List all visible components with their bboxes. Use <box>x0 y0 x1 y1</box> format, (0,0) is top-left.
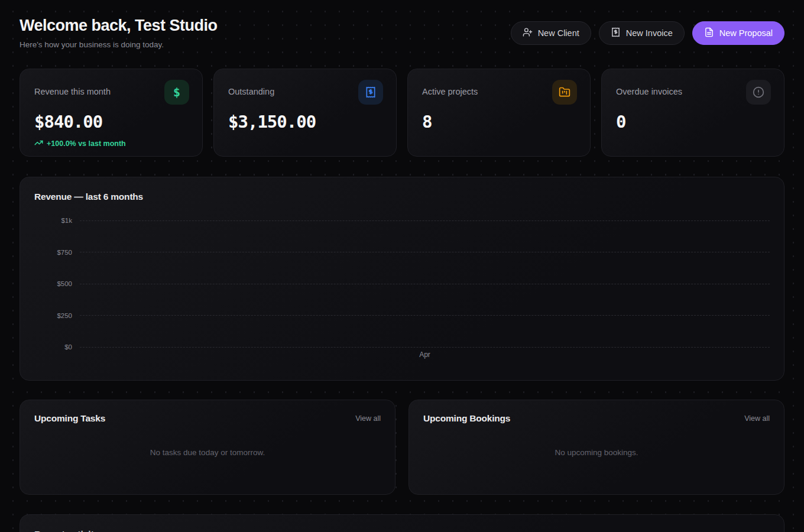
folder-kanban-icon <box>552 80 577 105</box>
y-tick-label: $1k <box>34 217 80 224</box>
upcoming-tasks-card: Upcoming Tasks View all No tasks due tod… <box>20 400 395 495</box>
recent-activity-title: Recent activity <box>34 529 770 532</box>
stat-trend-label: +100.0% vs last month <box>47 140 126 148</box>
gridline <box>80 347 770 348</box>
new-client-label: New Client <box>538 28 579 38</box>
gridline <box>80 315 770 316</box>
dashboard-page: Welcome back, Test Studio Here's how you… <box>0 0 804 532</box>
tasks-card-title: Upcoming Tasks <box>34 413 105 424</box>
alert-circle-icon <box>746 80 771 105</box>
stat-label: Active projects <box>422 87 478 96</box>
y-tick-label: $250 <box>34 312 80 319</box>
user-plus-icon <box>523 27 533 39</box>
y-tick-label: $500 <box>34 280 80 287</box>
page-header: Welcome back, Test Studio Here's how you… <box>20 17 784 49</box>
stat-card-outstanding: Outstanding $3,150.00 <box>213 69 397 157</box>
lists-row: Upcoming Tasks View all No tasks due tod… <box>20 400 784 495</box>
dollar-sign-icon: $ <box>164 80 189 105</box>
stat-cards-row: Revenue this month $ $840.00 +100.0% vs … <box>20 69 784 157</box>
recent-activity-card: Recent activity <box>20 514 784 532</box>
upcoming-bookings-card: Upcoming Bookings View all No upcoming b… <box>409 400 784 495</box>
stat-label: Overdue invoices <box>616 87 682 96</box>
page-title: Welcome back, Test Studio <box>20 17 218 35</box>
new-proposal-label: New Proposal <box>719 28 773 38</box>
stat-card-revenue: Revenue this month $ $840.00 +100.0% vs … <box>20 69 203 157</box>
bookings-card-title: Upcoming Bookings <box>423 413 510 424</box>
stat-card-overdue-invoices: Overdue invoices 0 <box>601 69 784 157</box>
stat-value: $840.00 <box>34 112 189 132</box>
stat-value: 8 <box>422 112 577 132</box>
stat-value: $3,150.00 <box>228 112 383 132</box>
receipt-icon <box>611 27 621 39</box>
new-invoice-label: New Invoice <box>626 28 673 38</box>
y-tick-label: $0 <box>34 343 80 351</box>
page-subtitle: Here's how your business is doing today. <box>20 40 218 49</box>
new-client-button[interactable]: New Client <box>511 21 591 45</box>
trending-up-icon <box>34 138 43 149</box>
receipt-icon <box>358 80 383 105</box>
gridline <box>80 284 770 284</box>
chart-plot-area: $1k $750 $500 $250 $0 <box>34 220 770 347</box>
new-invoice-button[interactable]: New Invoice <box>599 21 685 45</box>
gridline <box>80 252 770 252</box>
tasks-view-all-link[interactable]: View all <box>355 414 381 423</box>
stat-card-active-projects: Active projects 8 <box>407 69 591 157</box>
x-tick-label: Apr <box>80 351 770 359</box>
stat-value: 0 <box>616 112 771 132</box>
header-text: Welcome back, Test Studio Here's how you… <box>20 17 218 49</box>
header-actions: New Client New Invoice New Proposal <box>511 21 784 45</box>
new-proposal-button[interactable]: New Proposal <box>692 21 784 45</box>
file-text-icon <box>704 27 714 39</box>
tasks-empty-state: No tasks due today or tomorrow. <box>34 424 381 481</box>
stat-label: Revenue this month <box>34 87 111 96</box>
stat-trend: +100.0% vs last month <box>34 138 189 149</box>
revenue-chart-card: Revenue — last 6 months $1k $750 $500 $2… <box>20 177 784 381</box>
stat-label: Outstanding <box>228 87 274 96</box>
gridline <box>80 220 770 221</box>
y-tick-label: $750 <box>34 249 80 256</box>
bookings-empty-state: No upcoming bookings. <box>423 424 770 481</box>
bookings-view-all-link[interactable]: View all <box>744 414 770 423</box>
chart-title: Revenue — last 6 months <box>34 192 770 202</box>
